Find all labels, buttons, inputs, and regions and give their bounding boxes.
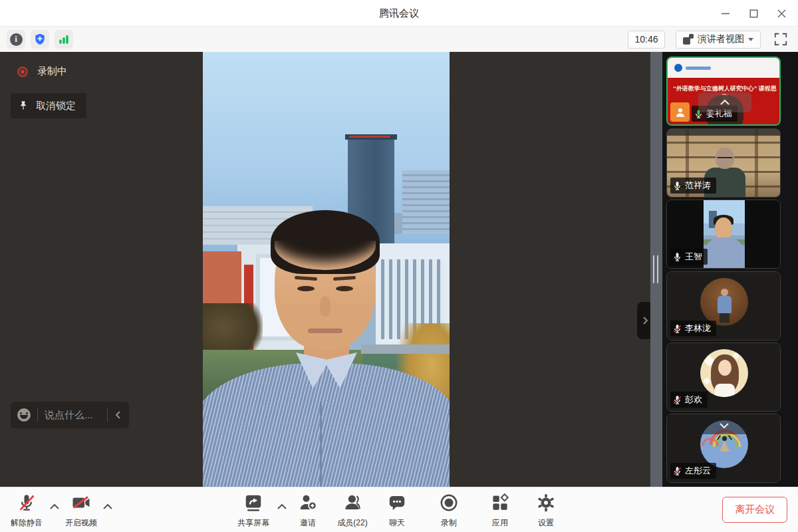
close-button[interactable] bbox=[770, 3, 793, 23]
close-icon bbox=[777, 9, 786, 18]
resize-grip-icon bbox=[653, 255, 654, 283]
members-label: 成员(22) bbox=[337, 517, 367, 529]
gear-icon bbox=[536, 493, 556, 513]
participant-name: 范祥涛 bbox=[685, 180, 711, 192]
maximize-button[interactable] bbox=[742, 3, 765, 23]
tencent-meeting-window: 腾讯会议 i bbox=[0, 0, 798, 532]
avatar-figure bbox=[720, 313, 730, 323]
participant-name-pill: 王智 bbox=[670, 249, 708, 265]
mini-shirt bbox=[705, 237, 743, 268]
sidebar-resize-gutter[interactable] bbox=[650, 52, 662, 487]
network-status-button[interactable] bbox=[55, 30, 73, 49]
meeting-info-group: i bbox=[7, 30, 73, 49]
video-options-caret[interactable] bbox=[102, 501, 113, 513]
mini-face bbox=[715, 217, 732, 240]
participant-name-pill: 彭欢 bbox=[670, 392, 708, 408]
avatar bbox=[700, 278, 748, 326]
participant-tile[interactable]: 李林泷 bbox=[666, 271, 781, 340]
avatar bbox=[700, 349, 748, 397]
mic-muted-icon bbox=[672, 324, 682, 334]
unpin-button[interactable]: 取消锁定 bbox=[11, 93, 86, 118]
participant-strip: “外语教学与立德树人研究中心” 课程思政 研修工作坊 姜礼福 bbox=[662, 52, 798, 487]
participant-name: 李林泷 bbox=[685, 323, 711, 334]
host-badge bbox=[670, 102, 690, 122]
divider bbox=[107, 408, 108, 422]
avatar-figure bbox=[718, 360, 732, 376]
avatar-star bbox=[703, 377, 710, 384]
portrait-video-strip bbox=[704, 200, 745, 268]
chevron-right-icon bbox=[641, 315, 649, 326]
chevron-up-icon bbox=[719, 98, 731, 106]
emoji-button[interactable] bbox=[17, 408, 31, 422]
chevron-down-icon bbox=[748, 38, 753, 41]
chevron-up-icon bbox=[102, 503, 113, 510]
mic-muted-icon bbox=[672, 395, 682, 405]
share-screen-button[interactable]: 共享屏幕 bbox=[229, 493, 277, 529]
divider bbox=[37, 408, 38, 422]
camera-muted-icon bbox=[71, 493, 91, 513]
participant-tile[interactable]: 王智 bbox=[666, 200, 781, 269]
participant-name: 王智 bbox=[685, 251, 702, 263]
scroll-down-button[interactable] bbox=[698, 417, 751, 434]
background-pier bbox=[361, 344, 450, 354]
invite-button[interactable]: 邀请 bbox=[284, 493, 332, 529]
record-button[interactable]: 录制 bbox=[425, 493, 473, 529]
settings-label: 设置 bbox=[538, 517, 554, 529]
minimize-icon bbox=[721, 9, 730, 18]
fullscreen-icon bbox=[773, 32, 788, 47]
mic-muted-icon bbox=[672, 466, 682, 476]
speaker-eye bbox=[336, 286, 353, 291]
chat-label: 聊天 bbox=[389, 517, 405, 529]
meeting-clock: 10:46 bbox=[628, 31, 665, 49]
main-speaker-video[interactable] bbox=[203, 52, 450, 487]
app-title: 腾讯会议 bbox=[0, 0, 798, 27]
participant-tile[interactable]: 范祥涛 bbox=[666, 128, 781, 198]
apps-button[interactable]: 应用 bbox=[476, 493, 524, 529]
participant-name-pill: 李林泷 bbox=[670, 321, 716, 336]
info-icon: i bbox=[10, 33, 23, 46]
participant-tile[interactable]: 彭欢 bbox=[666, 342, 781, 412]
record-label: 录制 bbox=[441, 517, 457, 529]
minimize-button[interactable] bbox=[714, 3, 737, 23]
title-bar: 腾讯会议 bbox=[0, 0, 798, 27]
scroll-up-button[interactable] bbox=[698, 92, 751, 112]
view-mode-selector[interactable]: 演讲者视图 bbox=[676, 31, 761, 49]
apps-label: 应用 bbox=[492, 517, 508, 529]
share-screen-icon bbox=[243, 493, 263, 513]
apps-icon bbox=[490, 493, 510, 513]
maximize-icon bbox=[749, 9, 758, 18]
slide-logo-icon bbox=[674, 64, 682, 72]
leave-meeting-button[interactable]: 离开会议 bbox=[722, 497, 787, 523]
top-toolbar: i 10:46 演讲者视图 bbox=[0, 27, 798, 52]
speaker-nose bbox=[320, 297, 331, 317]
participant-name: 彭欢 bbox=[685, 394, 702, 406]
speaker-hair bbox=[271, 210, 380, 274]
layout-icon bbox=[683, 34, 694, 45]
fullscreen-button[interactable] bbox=[771, 30, 790, 49]
invite-icon bbox=[298, 493, 318, 513]
chat-input[interactable]: 说点什么... bbox=[45, 409, 100, 422]
shield-icon bbox=[33, 33, 47, 46]
avatar-figure bbox=[718, 296, 732, 313]
recording-dot-icon bbox=[17, 66, 28, 77]
members-button[interactable]: 成员(22) bbox=[329, 493, 376, 529]
settings-button[interactable]: 设置 bbox=[522, 493, 570, 529]
participant-tile[interactable]: 左彤云 bbox=[666, 414, 781, 483]
avatar-figure bbox=[715, 384, 735, 397]
view-mode-label: 演讲者视图 bbox=[698, 33, 744, 45]
collapse-chat-button[interactable] bbox=[114, 410, 122, 420]
participant-tile[interactable]: “外语教学与立德树人研究中心” 课程思政 研修工作坊 姜礼福 bbox=[666, 57, 781, 126]
chat-button[interactable]: 聊天 bbox=[373, 493, 421, 529]
chat-bubble-icon bbox=[387, 493, 407, 513]
record-icon bbox=[439, 493, 459, 513]
speaker-mouth bbox=[308, 329, 342, 333]
participant-name: 左彤云 bbox=[685, 465, 711, 477]
collapse-sidebar-button[interactable] bbox=[637, 302, 650, 339]
participant-name-pill: 范祥涛 bbox=[670, 178, 716, 194]
meeting-security-button[interactable] bbox=[31, 30, 49, 49]
start-video-button[interactable]: 开启视频 bbox=[57, 493, 105, 529]
unmute-label: 解除静音 bbox=[11, 517, 43, 529]
unmute-button[interactable]: 解除静音 bbox=[3, 493, 51, 529]
main-stage: 录制中 取消锁定 说点什么... 王智 bbox=[0, 52, 650, 487]
meeting-info-button[interactable]: i bbox=[7, 30, 25, 49]
